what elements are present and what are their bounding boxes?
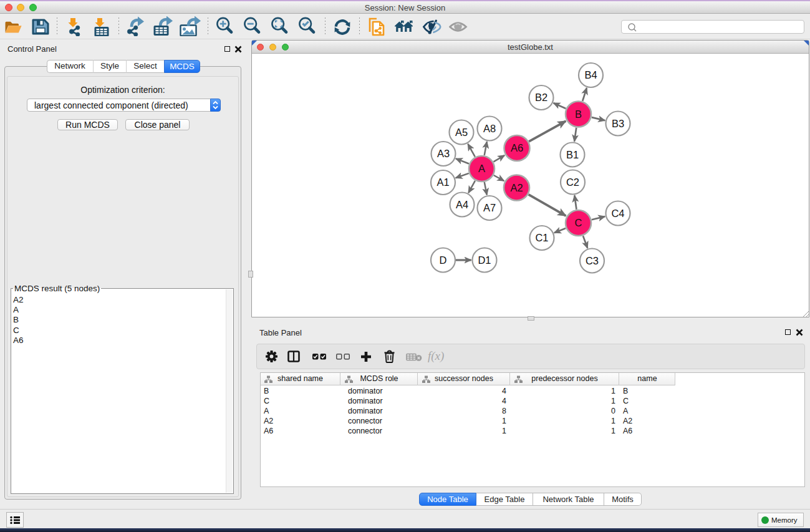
svg-text:B1: B1 — [566, 149, 579, 160]
svg-text:A1: A1 — [436, 177, 449, 188]
svg-text:A5: A5 — [455, 127, 468, 138]
svg-text:A6: A6 — [511, 142, 523, 153]
svg-text:D1: D1 — [478, 254, 491, 266]
svg-text:C4: C4 — [611, 208, 624, 219]
svg-text:C1: C1 — [535, 232, 548, 243]
svg-text:A2: A2 — [510, 182, 523, 193]
svg-text:B4: B4 — [584, 69, 597, 80]
svg-text:B2: B2 — [535, 92, 547, 103]
svg-text:A3: A3 — [437, 148, 450, 159]
svg-text:A7: A7 — [483, 202, 496, 213]
svg-text:D: D — [440, 254, 447, 266]
svg-text:C: C — [575, 217, 582, 228]
svg-text:A: A — [478, 163, 485, 174]
svg-text:A4: A4 — [456, 199, 468, 210]
svg-text:B: B — [575, 109, 582, 120]
svg-text:C3: C3 — [586, 255, 599, 266]
svg-text:A8: A8 — [483, 123, 496, 134]
svg-text:B3: B3 — [612, 118, 624, 129]
svg-text:C2: C2 — [566, 177, 579, 188]
